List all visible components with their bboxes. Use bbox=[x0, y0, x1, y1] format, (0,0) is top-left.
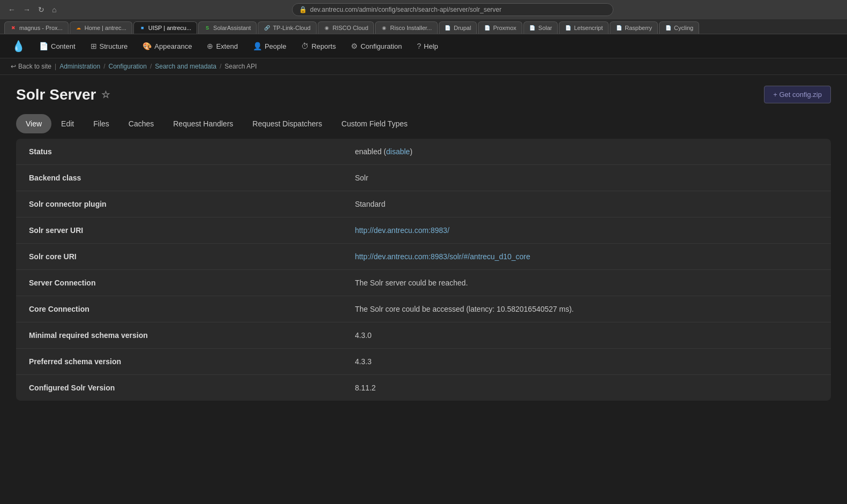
tab-label-9: Solar bbox=[538, 25, 552, 31]
table-link-3[interactable]: http://dev.antrecu.com:8983/ bbox=[355, 226, 449, 235]
table-label-8: Preferred schema version bbox=[16, 349, 342, 375]
table-label-5: Server Connection bbox=[16, 270, 342, 296]
tab-label-12: Cycling bbox=[674, 25, 693, 31]
tab-request-handlers[interactable]: Request Handlers bbox=[163, 114, 243, 133]
table-label-6: Core Connection bbox=[16, 296, 342, 322]
page-content: Solr Server ☆ + Get config.zip ViewEditF… bbox=[0, 75, 847, 411]
tab-label-11: Raspberry bbox=[625, 25, 652, 31]
browser-tab-10[interactable]: 📄Letsencript bbox=[559, 21, 609, 34]
breadcrumb-sep-3: / bbox=[150, 63, 152, 70]
get-config-button[interactable]: + Get config.zip bbox=[764, 86, 831, 103]
table-value-5: The Solr server could be reached. bbox=[342, 270, 831, 296]
address-bar[interactable]: 🔒 dev.antrecu.com/admin/config/search/se… bbox=[292, 3, 613, 16]
tab-favicon-12: 📄 bbox=[665, 25, 671, 31]
tab-caches[interactable]: Caches bbox=[119, 114, 163, 133]
table-value-6: The Solr core could be accessed (latency… bbox=[342, 296, 831, 322]
tab-label-10: Letsencript bbox=[574, 25, 603, 31]
nav-label-5: Reports bbox=[311, 42, 336, 50]
table-label-4: Solr core URI bbox=[16, 244, 342, 270]
table-label-1: Backend class bbox=[16, 165, 342, 191]
back-arrow-icon: ↩ bbox=[11, 63, 16, 70]
table-row-0: Statusenabled (disable) bbox=[16, 139, 831, 165]
nav-buttons: ← → ↻ ⌂ bbox=[5, 4, 59, 15]
table-row-4: Solr core URIhttp://dev.antrecu.com:8983… bbox=[16, 244, 831, 270]
tab-label-8: Proxmox bbox=[493, 25, 516, 31]
main-panel: Statusenabled (disable)Backend classSolr… bbox=[16, 139, 831, 401]
browser-tab-7[interactable]: 📄Drupal bbox=[439, 21, 477, 34]
forward-button[interactable]: → bbox=[20, 4, 33, 15]
table-value-7: 4.3.0 bbox=[342, 322, 831, 349]
tab-label-5: RISCO Cloud bbox=[333, 25, 369, 31]
tab-favicon-8: 📄 bbox=[484, 25, 490, 31]
browser-tab-3[interactable]: SSolarAssistant bbox=[198, 21, 257, 34]
breadcrumb-sep-1: | bbox=[55, 63, 56, 70]
nav-label-2: Appearance bbox=[154, 42, 192, 50]
table-link-4[interactable]: http://dev.antrecu.com:8983/solr/#/antre… bbox=[355, 252, 530, 261]
tab-request-dispatchers[interactable]: Request Dispatchers bbox=[243, 114, 332, 133]
table-row-5: Server ConnectionThe Solr server could b… bbox=[16, 270, 831, 296]
disable-link[interactable]: disable bbox=[386, 147, 410, 156]
browser-tab-2[interactable]: ■UISP | antrecu... bbox=[133, 21, 197, 34]
browser-tab-0[interactable]: ✖magnus - Prox... bbox=[4, 21, 69, 34]
browser-tab-6[interactable]: ◉Risco Installer... bbox=[375, 21, 438, 34]
back-button[interactable]: ← bbox=[5, 4, 18, 15]
tab-favicon-10: 📄 bbox=[565, 25, 571, 31]
nav-label-6: Configuration bbox=[361, 42, 402, 50]
tab-label-6: Risco Installer... bbox=[390, 25, 432, 31]
browser-tab-5[interactable]: ◉RISCO Cloud bbox=[318, 21, 374, 34]
nav-label-0: Content bbox=[51, 42, 76, 50]
nav-icon-0: 📄 bbox=[39, 42, 48, 50]
table-value-1: Solr bbox=[342, 165, 831, 191]
nav-item-people[interactable]: 👤People bbox=[245, 35, 294, 57]
breadcrumb: ↩ Back to site | Administration / Config… bbox=[0, 58, 847, 75]
reload-button[interactable]: ↻ bbox=[35, 4, 47, 15]
breadcrumb-search-api: Search API bbox=[224, 63, 257, 70]
browser-tab-11[interactable]: 📄Raspberry bbox=[610, 21, 658, 34]
favorite-star-icon[interactable]: ☆ bbox=[101, 89, 110, 101]
home-button[interactable]: ⌂ bbox=[49, 4, 59, 15]
breadcrumb-search-metadata[interactable]: Search and metadata bbox=[155, 63, 216, 70]
tab-favicon-9: 📄 bbox=[529, 25, 536, 31]
nav-item-content[interactable]: 📄Content bbox=[32, 35, 83, 57]
breadcrumb-configuration[interactable]: Configuration bbox=[109, 63, 147, 70]
tab-custom-field-types[interactable]: Custom Field Types bbox=[332, 114, 417, 133]
back-to-site-link[interactable]: ↩ Back to site bbox=[11, 63, 51, 70]
nav-icon-4: 👤 bbox=[253, 42, 262, 50]
drupal-logo[interactable]: 💧 bbox=[5, 34, 32, 58]
breadcrumb-sep-4: / bbox=[220, 63, 221, 70]
tab-edit[interactable]: Edit bbox=[51, 114, 84, 133]
tab-favicon-5: ◉ bbox=[324, 25, 330, 31]
tab-label-4: TP-Link-Cloud bbox=[273, 25, 310, 31]
tab-favicon-0: ✖ bbox=[10, 25, 17, 31]
nav-icon-2: 🎨 bbox=[143, 42, 152, 50]
tab-files[interactable]: Files bbox=[84, 114, 119, 133]
table-value-3[interactable]: http://dev.antrecu.com:8983/ bbox=[342, 217, 831, 244]
table-value-4[interactable]: http://dev.antrecu.com:8983/solr/#/antre… bbox=[342, 244, 831, 270]
browser-tab-1[interactable]: ☁Home | antrec... bbox=[70, 21, 132, 34]
browser-tab-4[interactable]: 🔗TP-Link-Cloud bbox=[258, 21, 316, 34]
nav-item-extend[interactable]: ⊕Extend bbox=[199, 35, 245, 57]
breadcrumb-administration[interactable]: Administration bbox=[59, 63, 100, 70]
tab-label-3: SolarAssistant bbox=[213, 25, 251, 31]
browser-tab-8[interactable]: 📄Proxmox bbox=[478, 21, 522, 34]
tab-favicon-4: 🔗 bbox=[264, 25, 270, 31]
nav-label-3: Extend bbox=[216, 42, 237, 50]
nav-item-configuration[interactable]: ⚙Configuration bbox=[343, 35, 409, 57]
content-tabs: ViewEditFilesCachesRequest HandlersReque… bbox=[16, 114, 831, 133]
table-value-2: Standard bbox=[342, 191, 831, 217]
browser-tab-9[interactable]: 📄Solar bbox=[523, 21, 558, 34]
table-value-0[interactable]: enabled (disable) bbox=[342, 139, 831, 165]
tab-view[interactable]: View bbox=[16, 114, 51, 133]
nav-item-appearance[interactable]: 🎨Appearance bbox=[135, 35, 199, 57]
tab-favicon-3: S bbox=[204, 25, 211, 31]
nav-icon-5: ⏱ bbox=[301, 42, 309, 50]
drupal-admin-nav: 💧 📄Content⊞Structure🎨Appearance⊕Extend👤P… bbox=[0, 34, 847, 58]
nav-item-help[interactable]: ?Help bbox=[409, 35, 446, 57]
browser-chrome: ← → ↻ ⌂ 🔒 dev.antrecu.com/admin/config/s… bbox=[0, 0, 847, 34]
table-row-2: Solr connector pluginStandard bbox=[16, 191, 831, 217]
tab-favicon-2: ■ bbox=[139, 25, 146, 31]
nav-item-structure[interactable]: ⊞Structure bbox=[83, 35, 136, 57]
back-to-site-label: Back to site bbox=[18, 63, 51, 70]
browser-tab-12[interactable]: 📄Cycling bbox=[659, 21, 699, 34]
nav-item-reports[interactable]: ⏱Reports bbox=[294, 35, 343, 57]
